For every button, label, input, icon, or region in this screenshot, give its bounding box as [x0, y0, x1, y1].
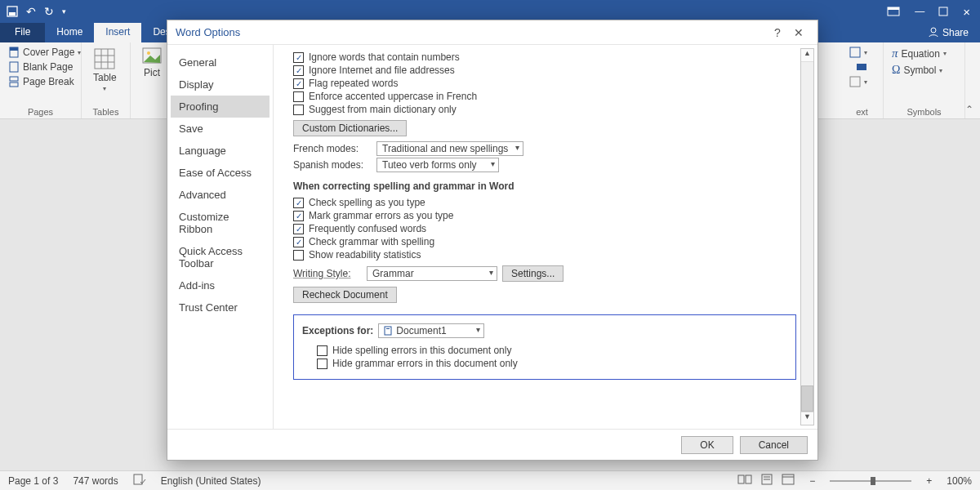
svg-rect-27 — [782, 474, 794, 484]
dialog-sidebar: General Display Proofing Save Language E… — [167, 45, 274, 429]
minimize-icon[interactable]: — — [915, 6, 924, 17]
status-bar: Page 1 of 3 747 words English (United St… — [0, 470, 980, 490]
chk-freq-confused[interactable]: ✓ — [293, 224, 304, 234]
cat-ease-of-access[interactable]: Ease of Access — [171, 162, 270, 184]
chk-check-spelling[interactable]: ✓ — [293, 198, 304, 208]
page-break-button[interactable]: Page Break — [7, 75, 82, 88]
symbol-button[interactable]: ΩSymbol▾ — [890, 63, 948, 78]
status-page[interactable]: Page 1 of 3 — [8, 475, 58, 487]
chk-flag-repeated[interactable]: ✓ — [293, 78, 304, 89]
cat-addins[interactable]: Add-ins — [171, 274, 270, 296]
svg-rect-29 — [385, 327, 391, 335]
exceptions-highlight: Exceptions for: Document1 Hide spelling … — [293, 314, 796, 380]
svg-rect-18 — [850, 47, 860, 57]
chk-readability[interactable] — [293, 250, 304, 261]
svg-point-5 — [931, 28, 936, 33]
undo-icon[interactable]: ↶ — [26, 5, 36, 18]
svg-rect-8 — [10, 62, 18, 72]
chk-ignore-numbers[interactable]: ✓ — [293, 52, 304, 63]
exceptions-label: Exceptions for: — [302, 325, 373, 336]
svg-rect-20 — [850, 77, 860, 87]
qat-more-icon[interactable]: ▾ — [62, 7, 66, 16]
svg-rect-1 — [9, 12, 16, 16]
scroll-down-icon[interactable]: ▼ — [801, 412, 813, 425]
print-layout-icon[interactable] — [760, 474, 773, 488]
spellcheck-icon[interactable] — [133, 474, 146, 488]
zoom-out-icon[interactable]: − — [809, 475, 815, 487]
svg-rect-3 — [888, 7, 899, 10]
svg-rect-10 — [10, 82, 18, 87]
zoom-level[interactable]: 100% — [947, 475, 972, 487]
spanish-modes-label: Spanish modes: — [293, 159, 372, 171]
word-options-dialog: Word Options ? ✕ General Display Proofin… — [167, 20, 818, 461]
svg-point-17 — [147, 51, 150, 55]
text-boxes-button[interactable] — [854, 60, 869, 74]
custom-dictionaries-button[interactable]: Custom Dictionaries... — [293, 120, 407, 136]
chk-main-dict[interactable] — [293, 105, 304, 115]
collapse-ribbon-icon[interactable]: ⌃ — [965, 104, 980, 118]
svg-rect-30 — [386, 328, 390, 329]
status-language[interactable]: English (United States) — [161, 475, 261, 487]
writing-style-select[interactable]: Grammar — [367, 266, 497, 281]
cat-save[interactable]: Save — [171, 118, 270, 140]
zoom-in-icon[interactable]: + — [926, 475, 932, 487]
dropcap-button[interactable]: ▾ — [848, 75, 869, 88]
cancel-button[interactable]: Cancel — [740, 436, 808, 454]
ribbon-options-icon[interactable] — [887, 7, 900, 16]
blank-page-button[interactable]: Blank Page — [7, 60, 82, 74]
share-button[interactable]: Share — [928, 23, 980, 42]
svg-rect-7 — [10, 47, 18, 51]
dialog-title: Word Options — [176, 26, 767, 38]
cat-general[interactable]: General — [171, 51, 270, 74]
tab-insert[interactable]: Insert — [94, 23, 141, 42]
svg-rect-23 — [746, 475, 751, 483]
correcting-header: When correcting spelling and grammar in … — [293, 180, 796, 192]
text-effects-button[interactable]: ▾ — [848, 46, 869, 59]
french-modes-select[interactable]: Traditional and new spellings — [376, 141, 523, 156]
group-pages-label: Pages — [7, 107, 74, 118]
zoom-slider[interactable] — [830, 480, 911, 482]
help-icon[interactable]: ? — [767, 26, 788, 39]
web-layout-icon[interactable] — [782, 474, 795, 488]
cat-proofing[interactable]: Proofing — [171, 96, 270, 118]
svg-rect-9 — [10, 77, 18, 81]
chk-hide-spelling[interactable] — [317, 345, 327, 356]
cat-advanced[interactable]: Advanced — [171, 184, 270, 206]
cat-customize-ribbon[interactable]: Customize Ribbon — [171, 206, 270, 240]
maximize-icon[interactable] — [938, 7, 948, 16]
dialog-scrollbar[interactable]: ▲ ▼ — [800, 48, 814, 425]
chk-hide-grammar[interactable] — [317, 359, 327, 369]
save-icon[interactable] — [7, 6, 18, 17]
chk-ignore-internet[interactable]: ✓ — [293, 65, 304, 76]
chk-enforce-french[interactable] — [293, 91, 304, 102]
group-text-label: ext — [848, 107, 876, 118]
spanish-modes-select[interactable]: Tuteo verb forms only — [376, 158, 499, 172]
cat-trust-center[interactable]: Trust Center — [171, 296, 270, 318]
svg-rect-22 — [738, 475, 744, 483]
cat-language[interactable]: Language — [171, 140, 270, 162]
table-button[interactable]: Table▾ — [88, 46, 122, 107]
french-modes-label: French modes: — [293, 143, 372, 154]
svg-rect-11 — [95, 49, 114, 69]
ok-button[interactable]: OK — [681, 436, 733, 454]
exceptions-doc-select[interactable]: Document1 — [378, 323, 484, 338]
chk-mark-grammar[interactable]: ✓ — [293, 211, 304, 221]
redo-icon[interactable]: ↻ — [44, 5, 54, 18]
cat-quick-access[interactable]: Quick Access Toolbar — [171, 240, 270, 274]
scroll-thumb[interactable] — [801, 385, 813, 412]
dialog-close-icon[interactable]: ✕ — [788, 26, 809, 39]
writing-style-label: Writing Style: — [293, 268, 362, 279]
group-tables-label: Tables — [88, 107, 123, 118]
tab-file[interactable]: File — [0, 23, 45, 42]
settings-button[interactable]: Settings... — [502, 265, 564, 282]
cat-display[interactable]: Display — [171, 74, 270, 96]
cover-page-button[interactable]: Cover Page▾ — [7, 46, 82, 59]
chk-check-grammar[interactable]: ✓ — [293, 237, 304, 247]
read-mode-icon[interactable] — [737, 474, 752, 488]
recheck-document-button[interactable]: Recheck Document — [293, 287, 397, 303]
scroll-up-icon[interactable]: ▲ — [801, 49, 813, 62]
tab-home[interactable]: Home — [45, 23, 94, 42]
close-icon[interactable]: × — [963, 5, 970, 19]
status-word-count[interactable]: 747 words — [73, 475, 118, 487]
equation-button[interactable]: πEquation▾ — [890, 46, 948, 61]
